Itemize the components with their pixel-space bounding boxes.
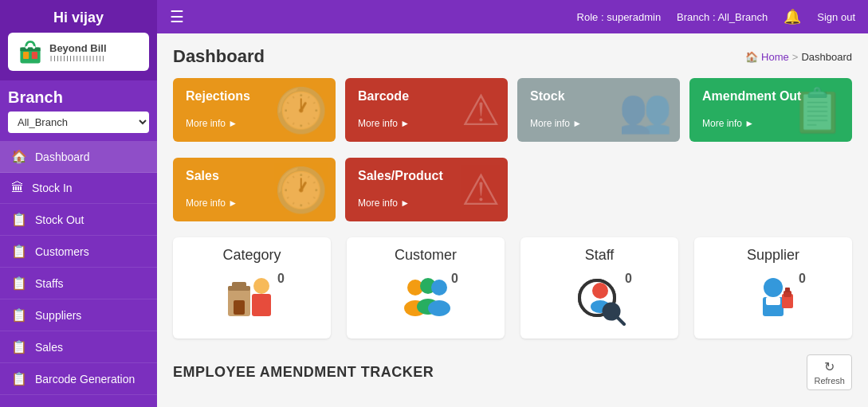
svg-point-17 [428, 300, 450, 316]
sidebar-label-barcode: Barcode Generation [35, 373, 135, 385]
card-stock[interactable]: Stock 👥 More info ► [517, 78, 680, 142]
greeting-text: Hi vijay [8, 10, 149, 26]
sidebar-label-staffs: Staffs [35, 277, 64, 290]
stat-customer: Customer 0 [347, 237, 505, 339]
staffs-icon: 📋 [11, 276, 27, 291]
card-sales-product-bg-icon: ⚠ [461, 165, 500, 215]
customer-svg-icon [398, 270, 454, 326]
logo-icon [16, 37, 45, 66]
card-amendment-out[interactable]: Amendment Out 📋 More info ► [689, 78, 852, 142]
stat-staff-count: 0 [625, 272, 632, 286]
sidebar-item-suppliers[interactable]: 📋 Suppliers [0, 299, 157, 331]
stat-staff-label: Staff [585, 247, 615, 264]
stock-out-icon: 📋 [11, 212, 27, 227]
svg-point-16 [431, 280, 447, 295]
stat-customer-count: 0 [451, 272, 458, 286]
svg-rect-8 [234, 300, 245, 315]
card-barcode[interactable]: Barcode ⚠ More info ► [345, 78, 508, 142]
sidebar-item-staffs[interactable]: 📋 Staffs [0, 268, 157, 299]
category-svg-icon [224, 270, 280, 326]
breadcrumb: 🏠 Home > Dashboard [745, 51, 852, 63]
stat-category-icon-area: 0 [224, 270, 280, 329]
card-rejections[interactable]: Rejections 🕐 More info ► [173, 78, 336, 142]
stat-customer-label: Customer [395, 247, 457, 264]
svg-rect-5 [32, 52, 37, 59]
branch-label: Branch [8, 88, 149, 107]
stat-supplier: Supplier 0 [694, 237, 852, 339]
suppliers-icon: 📋 [11, 307, 27, 323]
stock-in-icon: 🏛 [11, 181, 24, 195]
sidebar: Hi vijay Beyond Bill ||||||||||||||||| B… [0, 0, 157, 407]
refresh-button[interactable]: ↻ Refresh [807, 354, 852, 390]
tracker-section: EMPLOYEE AMENDMENT TRACKER ↻ Refresh [173, 354, 852, 390]
stat-supplier-label: Supplier [747, 247, 799, 264]
logo-area: Beyond Bill ||||||||||||||||| [8, 33, 149, 71]
svg-point-11 [253, 278, 269, 294]
svg-point-20 [592, 283, 608, 299]
stat-staff-icon-area: 0 [571, 270, 627, 329]
signout-button[interactable]: Sign out [817, 11, 855, 23]
stat-supplier-count: 0 [799, 272, 806, 286]
svg-point-2 [26, 46, 29, 49]
sales-icon: 📋 [11, 339, 27, 354]
card-stock-bg-icon: 👥 [619, 85, 672, 135]
content-area: Dashboard 🏠 Home > Dashboard Rejections … [157, 33, 868, 407]
sidebar-label-customers: Customers [35, 245, 89, 258]
branch-text: Branch : All_Branch [677, 11, 768, 23]
svg-rect-27 [766, 297, 780, 305]
staff-svg-icon [571, 270, 627, 326]
svg-rect-30 [785, 288, 790, 292]
stat-category-label: Category [222, 247, 281, 264]
branch-select[interactable]: All_Branch Branch 1 Branch 2 [8, 112, 149, 133]
card-sales-product[interactable]: Sales/Product ⚠ More info ► [345, 158, 508, 221]
customers-icon: 📋 [11, 244, 27, 259]
card-sales-bg-icon: 🕐 [274, 165, 328, 215]
card-sales[interactable]: Sales 🕐 More info ► [173, 158, 336, 221]
logo-text-area: Beyond Bill ||||||||||||||||| [49, 42, 107, 62]
sidebar-label-stock-in: Stock In [32, 182, 73, 194]
stat-customer-icon-area: 0 [398, 270, 454, 329]
stat-supplier-icon-area: 0 [745, 270, 801, 329]
stat-category-count: 0 [277, 272, 285, 286]
sidebar-item-barcode[interactable]: 📋 Barcode Generation [0, 363, 157, 395]
stats-grid: Category 0 Customer [173, 237, 852, 339]
card-amendment-out-bg-icon: 📋 [791, 85, 844, 135]
sidebar-label-dashboard: Dashboard [35, 151, 90, 163]
breadcrumb-separator: > [792, 51, 799, 63]
notification-bell-icon[interactable]: 🔔 [784, 8, 801, 25]
card-barcode-bg-icon: ⚠ [461, 85, 500, 135]
sidebar-label-sales: Sales [35, 341, 63, 354]
refresh-label: Refresh [814, 376, 845, 385]
logo-name: Beyond Bill [49, 42, 107, 55]
supplier-svg-icon [745, 270, 801, 326]
barcode-icon: 📋 [11, 371, 27, 386]
logo-barcode: ||||||||||||||||| [49, 54, 107, 61]
card-rejections-bg-icon: 🕐 [274, 85, 328, 135]
stat-category: Category 0 [173, 237, 331, 339]
cards-row-1: Rejections 🕐 More info ► Barcode ⚠ More … [173, 78, 852, 142]
refresh-icon: ↻ [824, 359, 835, 374]
tracker-title: EMPLOYEE AMENDMENT TRACKER [173, 364, 434, 381]
stat-staff: Staff 0 [520, 237, 678, 339]
hamburger-icon[interactable]: ☰ [170, 7, 184, 26]
svg-point-25 [764, 278, 783, 297]
topbar-right: Role : superadmin Branch : All_Branch 🔔 … [577, 8, 855, 25]
dashboard-icon: 🏠 [11, 149, 27, 164]
home-icon: 🏠 [745, 51, 758, 63]
cards-row-2: Sales 🕐 More info ► Sales/Product ⚠ More… [173, 158, 852, 221]
svg-rect-4 [23, 52, 29, 59]
sidebar-label-suppliers: Suppliers [35, 309, 81, 322]
sidebar-item-stock-out[interactable]: 📋 Stock Out [0, 204, 157, 236]
sidebar-item-customers[interactable]: 📋 Customers [0, 236, 157, 268]
breadcrumb-home[interactable]: Home [761, 51, 789, 63]
svg-rect-9 [252, 294, 271, 316]
svg-rect-1 [20, 48, 40, 52]
breadcrumb-current: Dashboard [801, 51, 852, 63]
sidebar-item-dashboard[interactable]: 🏠 Dashboard [0, 141, 157, 173]
sidebar-item-sales[interactable]: 📋 Sales [0, 331, 157, 363]
sidebar-header: Hi vijay Beyond Bill ||||||||||||||||| [0, 0, 157, 80]
main-content: ☰ Role : superadmin Branch : All_Branch … [157, 0, 868, 407]
svg-rect-10 [228, 286, 250, 291]
sidebar-item-stock-in[interactable]: 🏛 Stock In [0, 173, 157, 204]
role-text: Role : superadmin [577, 11, 662, 23]
